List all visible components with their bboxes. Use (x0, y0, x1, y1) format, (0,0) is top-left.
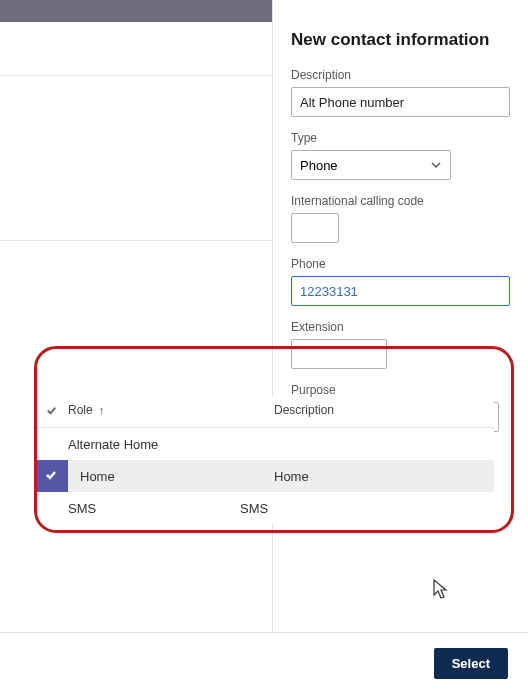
row-role: Home (68, 469, 274, 484)
type-select[interactable]: Phone (291, 150, 451, 180)
type-value: Phone (300, 158, 338, 173)
dropdown-header: Role ↑ Description (34, 397, 494, 428)
extension-label: Extension (291, 320, 510, 334)
left-section (0, 22, 272, 76)
row-role: Alternate Home (34, 437, 240, 452)
panel-title: New contact information (291, 30, 510, 50)
row-role: SMS (34, 501, 240, 516)
intl-code-label: International calling code (291, 194, 510, 208)
purpose-label: Purpose (291, 383, 510, 397)
row-description: SMS (240, 501, 494, 516)
footer: Select (0, 632, 528, 694)
purpose-dropdown-panel: Role ↑ Description Alternate Home Home H… (34, 397, 494, 524)
dropdown-row[interactable]: Alternate Home (34, 428, 494, 460)
intl-code-input[interactable] (291, 213, 339, 243)
check-icon (44, 468, 58, 485)
column-role-header[interactable]: Role ↑ (68, 403, 274, 417)
left-header-bar (0, 0, 272, 22)
column-description-header[interactable]: Description (274, 403, 494, 417)
type-label: Type (291, 131, 510, 145)
left-panel (0, 0, 273, 694)
phone-label: Phone (291, 257, 510, 271)
row-selected-indicator (34, 460, 68, 492)
sort-asc-icon: ↑ (99, 404, 105, 416)
select-button[interactable]: Select (434, 648, 508, 679)
column-role-label: Role (68, 403, 93, 417)
column-description-label: Description (274, 403, 334, 417)
dropdown-row[interactable]: SMS SMS (34, 492, 494, 524)
extension-input[interactable] (291, 339, 387, 369)
dropdown-row[interactable]: Home Home (34, 460, 494, 492)
left-divider (0, 76, 272, 241)
description-label: Description (291, 68, 510, 82)
row-description: Home (274, 469, 494, 484)
description-input[interactable] (291, 87, 510, 117)
select-all-checkbox[interactable] (34, 404, 68, 417)
form-panel: New contact information Description Type… (273, 0, 528, 694)
chevron-down-icon (430, 159, 442, 171)
phone-input[interactable] (291, 276, 510, 306)
